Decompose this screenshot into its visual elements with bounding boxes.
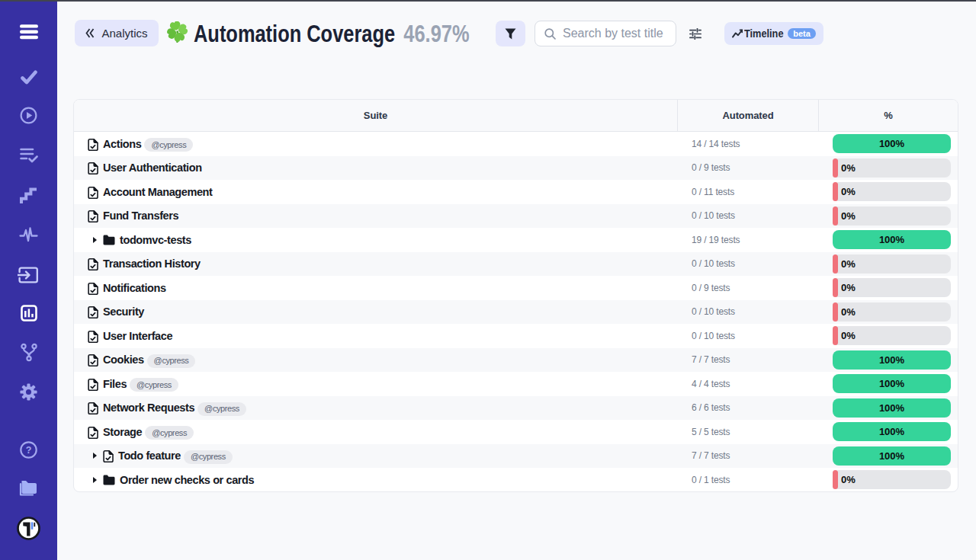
svg-text:?: ? <box>26 445 32 456</box>
